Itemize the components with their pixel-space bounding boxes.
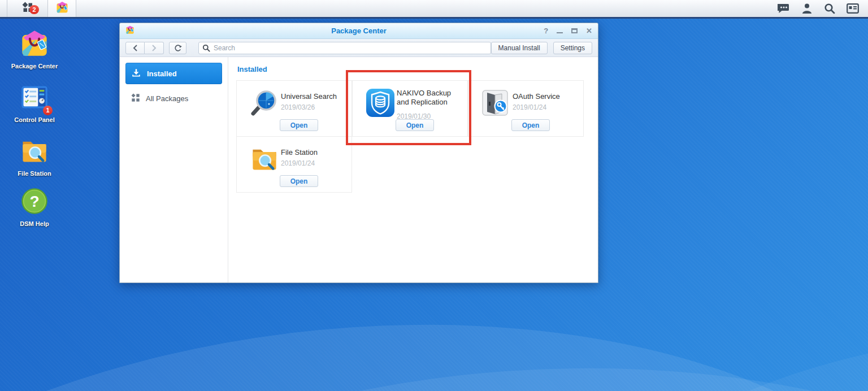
sidebar: Installed All Packages bbox=[120, 57, 228, 283]
section-title: Installed bbox=[237, 65, 590, 73]
package-date: 2019/01/24 bbox=[513, 103, 546, 111]
desktop: 2 bbox=[0, 0, 868, 391]
window-title: Package Center bbox=[120, 27, 598, 35]
oauth-service-icon bbox=[481, 88, 511, 120]
sidebar-item-label: Installed bbox=[147, 69, 177, 78]
search-input[interactable] bbox=[198, 42, 491, 54]
main-menu-button[interactable]: 2 bbox=[7, 0, 48, 17]
sidebar-item-all-packages[interactable]: All Packages bbox=[125, 88, 222, 109]
installed-download-icon bbox=[131, 68, 141, 80]
open-button[interactable]: Open bbox=[280, 119, 318, 131]
search-box bbox=[198, 42, 491, 54]
user-icon[interactable] bbox=[801, 3, 813, 14]
package-date: 2019/01/24 bbox=[281, 159, 315, 167]
forward-button[interactable] bbox=[145, 42, 164, 54]
window-body: Installed All Packages Installed bbox=[120, 57, 598, 283]
package-date: 2019/03/26 bbox=[281, 103, 315, 111]
sidebar-item-label: All Packages bbox=[146, 94, 188, 103]
dsm-help-icon: ? bbox=[20, 186, 49, 218]
search-icon[interactable] bbox=[824, 3, 835, 14]
open-button[interactable]: Open bbox=[396, 119, 434, 131]
back-button[interactable] bbox=[125, 42, 145, 54]
chat-icon[interactable] bbox=[778, 3, 790, 14]
taskbar: 2 bbox=[0, 0, 868, 19]
taskbar-right bbox=[778, 0, 868, 17]
package-name: Universal Search bbox=[281, 92, 349, 101]
open-button[interactable]: Open bbox=[280, 175, 318, 187]
all-packages-grid-icon bbox=[131, 93, 140, 104]
maximize-icon[interactable] bbox=[571, 28, 578, 33]
desktop-icon-control-panel[interactable]: 1 Control Panel bbox=[6, 82, 63, 124]
desktop-icon-label: DSM Help bbox=[6, 220, 63, 228]
taskbar-spacer bbox=[0, 0, 7, 17]
open-button[interactable]: Open bbox=[511, 119, 550, 131]
package-card-oauth-service[interactable]: OAuth Service 2019/01/24 Open bbox=[468, 80, 584, 137]
help-icon[interactable]: ? bbox=[544, 27, 548, 35]
taskbar-app-package-center[interactable] bbox=[48, 0, 76, 17]
package-card-file-station[interactable]: File Station 2019/01/24 Open bbox=[236, 136, 352, 193]
widgets-icon[interactable] bbox=[847, 3, 859, 14]
package-center-window: Package Center ? ✕ bbox=[119, 23, 598, 283]
notification-badge: 1 bbox=[43, 106, 53, 115]
sidebar-item-installed[interactable]: Installed bbox=[125, 63, 222, 84]
minimize-icon[interactable] bbox=[557, 32, 563, 33]
refresh-button[interactable] bbox=[169, 42, 186, 54]
desktop-icon-package-center[interactable]: Package Center bbox=[6, 29, 63, 70]
search-input-icon bbox=[202, 44, 210, 54]
window-titlebar[interactable]: Package Center ? ✕ bbox=[120, 23, 598, 39]
file-station-icon bbox=[20, 136, 49, 168]
universal-search-icon bbox=[250, 88, 279, 120]
window-controls: ? ✕ bbox=[544, 27, 592, 35]
settings-button[interactable]: Settings bbox=[553, 42, 592, 54]
desktop-icon-label: Package Center bbox=[6, 63, 63, 70]
package-name: OAuth Service bbox=[513, 92, 580, 101]
window-app-icon bbox=[125, 25, 134, 37]
desktop-icon-label: Control Panel bbox=[6, 116, 63, 124]
nakivo-icon bbox=[366, 88, 395, 120]
package-name: File Station bbox=[281, 148, 349, 157]
desktop-icon-file-station[interactable]: File Station bbox=[6, 136, 63, 177]
package-card-universal-search[interactable]: Universal Search 2019/03/26 Open bbox=[236, 80, 352, 137]
package-card-nakivo[interactable]: NAKIVO Backup and Replication 2019/01/30… bbox=[352, 80, 468, 137]
package-center-icon bbox=[55, 1, 69, 16]
background-wave bbox=[0, 322, 868, 391]
manual-install-button[interactable]: Manual Install bbox=[491, 42, 548, 54]
nav-buttons bbox=[125, 42, 164, 54]
desktop-icon-label: File Station bbox=[6, 170, 63, 177]
window-toolbar: Manual Install Settings bbox=[120, 39, 598, 57]
control-panel-icon: 1 bbox=[20, 82, 49, 114]
package-name: NAKIVO Backup and Replication bbox=[397, 89, 465, 107]
package-center-icon bbox=[20, 29, 49, 60]
file-station-icon bbox=[250, 144, 279, 176]
desktop-icon-dsm-help[interactable]: ? DSM Help bbox=[6, 186, 63, 228]
notification-badge: 2 bbox=[29, 5, 39, 14]
content-area: Installed bbox=[228, 57, 598, 283]
close-icon[interactable]: ✕ bbox=[586, 27, 592, 35]
svg-text:?: ? bbox=[29, 193, 39, 210]
package-grid: Universal Search 2019/03/26 Open bbox=[236, 80, 585, 192]
